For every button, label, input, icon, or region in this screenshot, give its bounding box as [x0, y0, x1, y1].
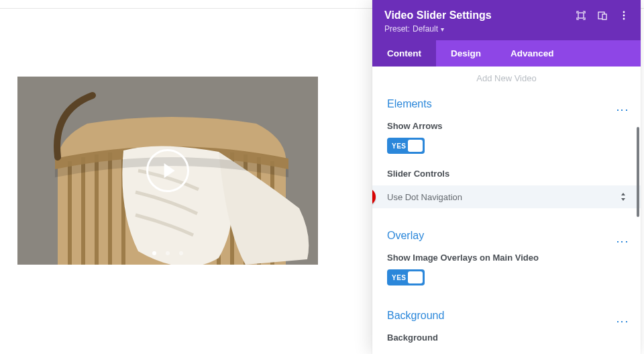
hover-target-icon[interactable] [576, 11, 586, 20]
settings-panel: Video Slider Settings Preset: Default ▾ [372, 0, 641, 354]
svg-rect-14 [602, 14, 606, 19]
step-badge-1: 1 [372, 188, 376, 206]
field-label: Slider Controls [387, 169, 626, 179]
tab-content[interactable]: Content [372, 40, 436, 67]
section-menu-icon[interactable]: ⋮ [619, 104, 626, 116]
panel-title: Video Slider Settings [384, 9, 492, 21]
tab-advanced[interactable]: Advanced [496, 40, 569, 67]
section-title: Background [387, 310, 444, 322]
video-preview [17, 77, 318, 265]
add-new-video-button[interactable]: Add New Video [372, 67, 641, 98]
section-elements: Elements ⋮ Show Arrows YES Slider Contro… [372, 98, 641, 227]
field-label: Background [387, 333, 626, 343]
section-menu-icon[interactable]: ⋮ [619, 316, 626, 327]
toggle-knob [408, 140, 423, 152]
panel-tabs: Content Design Advanced [372, 40, 641, 67]
scrollbar-thumb[interactable] [637, 127, 639, 217]
tab-design[interactable]: Design [436, 40, 496, 67]
panel-header: Video Slider Settings Preset: Default ▾ [372, 0, 641, 40]
more-menu-icon[interactable] [619, 11, 629, 20]
sort-icon [621, 193, 626, 202]
slider-dot[interactable] [179, 251, 183, 255]
preset-selector[interactable]: Preset: Default ▾ [384, 24, 629, 34]
section-title: Elements [387, 98, 432, 110]
field-label: Show Arrows [387, 121, 626, 131]
section-background: Background ⋮ Background [372, 307, 641, 343]
section-title: Overlay [387, 230, 424, 242]
toggle-state: YES [392, 142, 407, 150]
svg-point-15 [623, 11, 625, 13]
slider-controls-select[interactable]: 1 Use Dot Navigation [372, 185, 641, 208]
field-label: Show Image Overlays on Main Video [387, 253, 626, 263]
play-button[interactable] [146, 149, 189, 192]
select-value: Use Dot Navigation [387, 192, 462, 202]
show-overlays-toggle[interactable]: YES [387, 269, 425, 285]
section-overlay: Overlay ⋮ Show Image Overlays on Main Vi… [372, 227, 641, 307]
slider-dots [152, 251, 183, 255]
svg-rect-12 [578, 13, 584, 18]
svg-point-17 [623, 18, 625, 20]
responsive-icon[interactable] [598, 11, 607, 20]
section-menu-icon[interactable]: ⋮ [619, 236, 626, 247]
slider-dot[interactable] [166, 251, 170, 255]
panel-body: Add New Video Elements ⋮ Show Arrows YES… [372, 67, 641, 354]
preset-prefix: Preset: [384, 24, 410, 34]
slider-dot[interactable] [152, 251, 156, 255]
show-arrows-toggle[interactable]: YES [387, 138, 425, 154]
preset-value: Default [413, 24, 438, 34]
svg-point-16 [623, 15, 625, 17]
toggle-state: YES [392, 274, 407, 281]
toggle-knob [408, 271, 423, 283]
caret-down-icon: ▾ [441, 26, 444, 33]
